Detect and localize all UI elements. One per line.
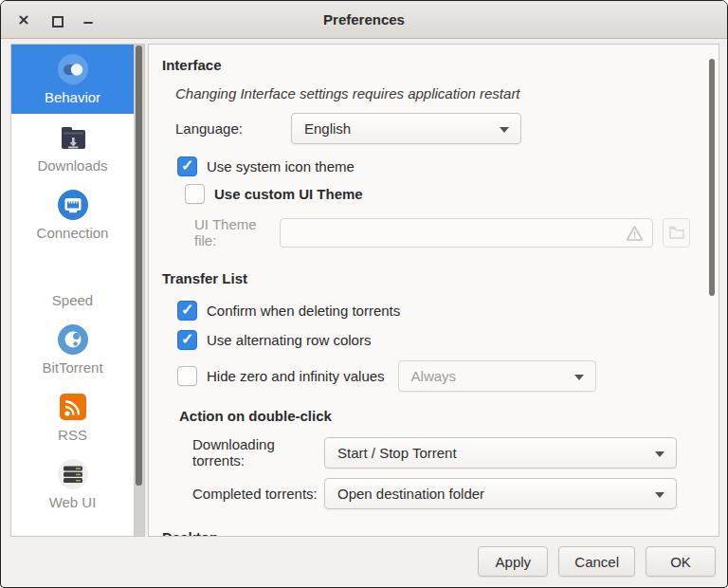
download-folder-icon	[56, 121, 90, 154]
downloading-torrents-value: Start / Stop Torrent	[337, 445, 457, 461]
completed-torrents-value: Open destination folder	[337, 486, 484, 502]
sidebar-item-label: Connection	[37, 225, 109, 241]
sidebar: Behavior Downloads	[10, 44, 145, 537]
section-title-transfer-list: Transfer List	[162, 270, 719, 286]
confirm-delete-checkbox[interactable]	[177, 301, 197, 321]
sidebar-item-downloads[interactable]: Downloads	[11, 114, 134, 181]
maximize-icon[interactable]	[49, 13, 63, 27]
hide-zero-dropdown-value: Always	[411, 368, 457, 384]
sidebar-item-behavior[interactable]: Behavior	[11, 45, 134, 114]
hide-zero-dropdown[interactable]: Always	[398, 360, 596, 392]
sidebar-item-webui[interactable]: Web UI	[11, 450, 134, 518]
completed-torrents-label: Completed torrents:	[192, 486, 324, 502]
content-scrollbar-thumb[interactable]	[709, 59, 715, 296]
cancel-button[interactable]: Cancel	[558, 546, 635, 577]
minimize-icon[interactable]	[82, 13, 95, 27]
preferences-window: Preferences Behavior	[0, 0, 728, 588]
globe-icon	[56, 323, 90, 356]
titlebar: Preferences	[1, 1, 727, 39]
sidebar-item-bittorrent[interactable]: BitTorrent	[11, 316, 134, 383]
window-controls	[1, 13, 95, 27]
blank-icon	[56, 256, 90, 288]
ui-theme-file-row: UI Theme file:	[194, 216, 705, 248]
downloading-torrents-dropdown[interactable]: Start / Stop Torrent	[324, 437, 677, 469]
system-icon-theme-checkbox[interactable]	[177, 156, 197, 176]
sidebar-item-label: Behavior	[45, 89, 100, 105]
sidebar-list: Behavior Downloads	[11, 45, 134, 536]
confirm-delete-label: Confirm when deleting torrents	[207, 303, 400, 319]
double-click-title: Action on double-click	[179, 408, 719, 424]
confirm-delete-row: Confirm when deleting torrents	[177, 301, 719, 321]
toggle-switch-icon	[56, 53, 90, 85]
sidebar-item-label: Downloads	[37, 157, 107, 174]
custom-ui-theme-label: Use custom UI Theme	[214, 186, 363, 202]
alternating-rows-checkbox[interactable]	[177, 330, 197, 350]
sidebar-scrollbar-track[interactable]	[134, 45, 144, 536]
hide-zero-row: Hide zero and infinity values Always	[177, 360, 719, 392]
sidebar-item-speed[interactable]: Speed	[11, 248, 134, 316]
downloading-torrents-row: Downloading torrents: Start / Stop Torre…	[192, 436, 719, 469]
rss-feed-icon	[56, 391, 90, 423]
system-icon-theme-row: Use system icon theme	[177, 156, 719, 176]
gear-icon	[56, 536, 90, 537]
ui-theme-file-entry	[280, 218, 653, 248]
sidebar-item-label: Speed	[52, 292, 93, 308]
ok-button[interactable]: OK	[646, 546, 716, 577]
language-row: Language: English	[175, 113, 719, 144]
language-label: Language:	[175, 120, 291, 137]
chevron-down-icon	[655, 492, 664, 498]
network-port-icon	[56, 189, 90, 221]
downloading-torrents-label: Downloading torrents:	[192, 436, 324, 469]
custom-ui-theme-row: Use custom UI Theme	[185, 184, 719, 204]
server-stack-icon	[56, 458, 90, 490]
completed-torrents-dropdown[interactable]: Open destination folder	[324, 478, 677, 509]
sidebar-item-advanced[interactable]	[11, 518, 134, 536]
language-dropdown[interactable]: English	[291, 113, 521, 144]
sidebar-item-label: Web UI	[49, 494, 97, 510]
alternating-rows-row: Use alternating row colors	[177, 330, 719, 350]
sidebar-item-label: RSS	[58, 427, 87, 443]
window-title: Preferences	[1, 11, 727, 28]
section-title-interface: Interface	[162, 57, 719, 73]
settings-panel: Interface Changing Interface settings re…	[148, 44, 719, 537]
folder-icon	[669, 226, 684, 239]
section-title-desktop: Desktop	[162, 529, 719, 537]
hide-zero-checkbox[interactable]	[177, 366, 197, 386]
alternating-rows-label: Use alternating row colors	[207, 332, 371, 348]
sidebar-scrollbar-thumb[interactable]	[136, 46, 142, 486]
chevron-down-icon	[574, 375, 584, 380]
restart-note: Changing Interface settings requires app…	[175, 85, 719, 101]
sidebar-item-label: BitTorrent	[42, 359, 102, 376]
ui-theme-file-label: UI Theme file:	[194, 216, 280, 248]
sidebar-item-connection[interactable]: Connection	[11, 181, 134, 248]
close-icon[interactable]	[17, 13, 30, 27]
browse-theme-file-button[interactable]	[663, 218, 690, 248]
dialog-buttons: Apply Cancel OK	[478, 546, 716, 577]
apply-button[interactable]: Apply	[478, 546, 548, 577]
completed-torrents-row: Completed torrents: Open destination fol…	[192, 478, 719, 509]
custom-ui-theme-checkbox[interactable]	[185, 184, 205, 204]
ui-theme-file-input[interactable]	[281, 219, 652, 247]
sidebar-item-rss[interactable]: RSS	[11, 383, 134, 450]
hide-zero-label: Hide zero and infinity values	[207, 368, 385, 384]
language-dropdown-value: English	[304, 120, 351, 137]
system-icon-theme-label: Use system icon theme	[207, 158, 355, 175]
warning-icon	[626, 225, 644, 246]
chevron-down-icon	[500, 127, 509, 133]
chevron-down-icon	[655, 451, 664, 457]
